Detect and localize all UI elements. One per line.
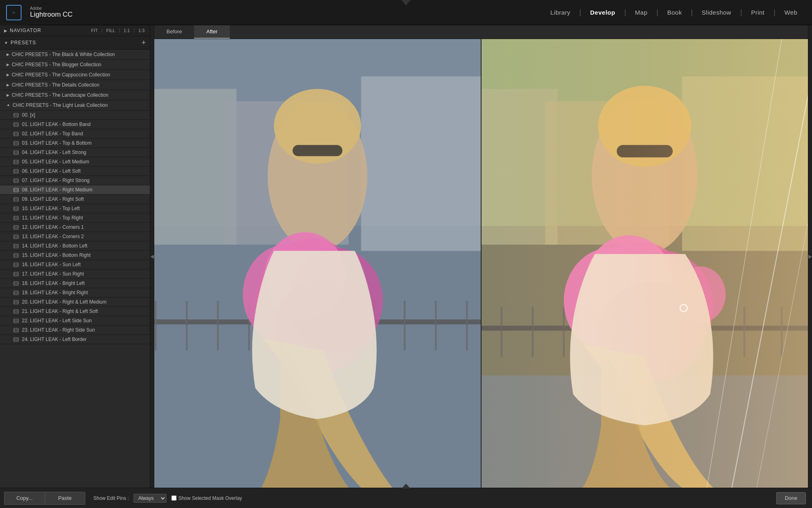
svg-rect-95 <box>293 145 343 156</box>
preset-item-ll06[interactable]: 06. LIGHT LEAK - Left Soft <box>0 167 150 176</box>
preset-item-ll24[interactable]: 24. LIGHT LEAK - Left Border <box>0 335 150 344</box>
before-photo-panel[interactable] <box>154 39 481 488</box>
preset-item-ll08[interactable]: 08. LIGHT LEAK - Right Medium <box>0 185 150 195</box>
preset-group-lightleak: ▼ CHIC PRESETS - The Light Leak Collecti… <box>0 100 150 344</box>
edit-pins-label: Show Edit Pins : <box>93 495 129 501</box>
presets-triangle: ▼ <box>4 41 8 45</box>
view-fill[interactable]: FILL <box>105 28 117 33</box>
svg-rect-12 <box>14 151 18 154</box>
preset-label-ll15: 15. LIGHT LEAK - Bottom Right <box>22 252 91 258</box>
preset-group-landscape-header[interactable]: ▶ CHIC PRESETS - The Landscape Collectio… <box>0 90 150 100</box>
nav-develop[interactable]: Develop <box>584 7 622 17</box>
group-cappuccino-label: CHIC PRESETS - The Cappuccino Collection <box>12 72 110 78</box>
preset-group-details: ▶ CHIC PRESETS - The Details Collection <box>0 80 150 90</box>
view-1-1[interactable]: 1:1 <box>123 28 131 33</box>
preset-icon-ll01 <box>13 122 19 127</box>
preset-item-ll02[interactable]: 02. LIGHT LEAK - Top Band <box>0 129 150 139</box>
preset-item-ll20[interactable]: 20. LIGHT LEAK - Right & Left Medium <box>0 297 150 307</box>
preset-group-bw-header[interactable]: ▶ CHIC PRESETS - The Black & White Colle… <box>0 50 150 60</box>
presets-add-button[interactable]: + <box>141 39 146 46</box>
preset-group-lightleak-header[interactable]: ▼ CHIC PRESETS - The Light Leak Collecti… <box>0 100 150 111</box>
svg-rect-129 <box>482 39 808 488</box>
left-panel-collapse[interactable]: ◀ <box>150 25 154 488</box>
preset-item-ll17[interactable]: 17. LIGHT LEAK - Sun Right <box>0 269 150 279</box>
edit-pins-dropdown[interactable]: Always Never Selected <box>134 494 166 503</box>
main-navigation: Library | Develop | Map | Book | Slidesh… <box>73 7 812 17</box>
preset-item-ll14[interactable]: 14. LIGHT LEAK - Bottom Left <box>0 241 150 251</box>
group-details-triangle: ▶ <box>6 83 9 87</box>
preset-item-ll21[interactable]: 21. LIGHT LEAK - Right & Left Soft <box>0 307 150 316</box>
preset-item-ll11[interactable]: 11. LIGHT LEAK - Top Right <box>0 213 150 223</box>
preset-item-ll13[interactable]: 13. LIGHT LEAK - Corners 2 <box>0 232 150 241</box>
navigator-triangle: ▶ <box>4 28 7 33</box>
tab-after[interactable]: After <box>194 25 229 39</box>
preset-item-ll15[interactable]: 15. LIGHT LEAK - Bottom Right <box>0 251 150 260</box>
preset-icon-ll09 <box>13 196 19 202</box>
nav-library[interactable]: Library <box>544 7 577 17</box>
copy-button[interactable]: Copy... <box>4 492 45 505</box>
preset-group-details-header[interactable]: ▶ CHIC PRESETS - The Details Collection <box>0 80 150 90</box>
nav-map[interactable]: Map <box>628 7 654 17</box>
preset-icon-ll03 <box>13 140 19 146</box>
svg-rect-39 <box>14 235 18 239</box>
preset-label-ll14: 14. LIGHT LEAK - Bottom Left <box>22 243 87 249</box>
view-1-3[interactable]: 1:3 <box>137 28 146 33</box>
bottom-info: Show Edit Pins : Always Never Selected S… <box>89 494 772 503</box>
preset-item-ll01[interactable]: 01. LIGHT LEAK - Bottom Band <box>0 120 150 129</box>
svg-rect-3 <box>14 123 18 126</box>
svg-rect-33 <box>14 216 18 220</box>
preset-item-ll23[interactable]: 23. LIGHT LEAK - Right Side Sun <box>0 326 150 335</box>
presets-header[interactable]: ▼ Presets + <box>0 36 150 50</box>
svg-rect-30 <box>14 207 18 211</box>
preset-item-ll12[interactable]: 12. LIGHT LEAK - Corners 1 <box>0 223 150 232</box>
preset-label-ll16: 16. LIGHT LEAK - Sun Left <box>22 262 81 267</box>
preset-label-ll02: 02. LIGHT LEAK - Top Band <box>22 131 83 137</box>
svg-rect-9 <box>14 141 18 145</box>
preset-item-ll10[interactable]: 10. LIGHT LEAK - Top Left <box>0 204 150 213</box>
preset-label-ll23: 23. LIGHT LEAK - Right Side Sun <box>22 327 95 333</box>
preset-item-ll22[interactable]: 22. LIGHT LEAK - Left Side Sun <box>0 316 150 326</box>
preset-item-ll05[interactable]: 05. LIGHT LEAK - Left Medium <box>0 157 150 167</box>
right-panel-collapse[interactable]: ▶ <box>808 25 812 488</box>
svg-rect-0 <box>14 113 18 117</box>
preset-label-ll03: 03. LIGHT LEAK - Top & Bottom <box>22 140 92 146</box>
preset-group-cappuccino: ▶ CHIC PRESETS - The Cappuccino Collecti… <box>0 70 150 80</box>
preset-item-ll09[interactable]: 09. LIGHT LEAK - Right Soft <box>0 195 150 204</box>
right-collapse-arrow-icon: ▶ <box>808 254 812 259</box>
preset-icon-ll13 <box>13 234 19 239</box>
nav-book[interactable]: Book <box>661 7 688 17</box>
paste-button[interactable]: Paste <box>45 492 86 505</box>
brand-name: Adobe <box>30 6 73 11</box>
nav-print[interactable]: Print <box>745 7 771 17</box>
preset-group-cappuccino-header[interactable]: ▶ CHIC PRESETS - The Cappuccino Collecti… <box>0 70 150 80</box>
collapse-arrow-icon: ◀ <box>150 254 154 259</box>
preset-label-ll12: 12. LIGHT LEAK - Corners 1 <box>22 224 84 230</box>
sidebar: ▶ Navigator FIT | FILL | 1:1 | 1:3 ▼ Pre… <box>0 25 150 488</box>
preset-label-ll17: 17. LIGHT LEAK - Sun Right <box>22 271 84 277</box>
preset-icon-ll08 <box>13 187 19 193</box>
preset-icon-ll07 <box>13 178 19 183</box>
preset-item-ll04[interactable]: 04. LIGHT LEAK - Left Strong <box>0 148 150 157</box>
adjustment-pin[interactable] <box>680 304 688 312</box>
navigator-header[interactable]: ▶ Navigator FIT | FILL | 1:1 | 1:3 <box>0 25 150 36</box>
preset-icon-ll18 <box>13 280 19 286</box>
preset-item-ll18[interactable]: 18. LIGHT LEAK - Bright Left <box>0 279 150 288</box>
preset-item-ll00[interactable]: 00. [x] <box>0 111 150 120</box>
after-photo-panel[interactable] <box>481 39 808 488</box>
done-button[interactable]: Done <box>776 492 806 504</box>
preset-item-ll19[interactable]: 19. LIGHT LEAK - Bright Right <box>0 288 150 297</box>
preset-icon-ll02 <box>13 131 19 137</box>
view-fit[interactable]: FIT <box>90 28 99 33</box>
tab-before[interactable]: Before <box>154 25 194 39</box>
nav-slideshow[interactable]: Slideshow <box>695 7 738 17</box>
nav-web[interactable]: Web <box>778 7 804 17</box>
preset-item-ll03[interactable]: 03. LIGHT LEAK - Top & Bottom <box>0 139 150 148</box>
preset-group-blogger-header[interactable]: ▶ CHIC PRESETS - The Blogger Collection <box>0 60 150 70</box>
preset-label-ll00: 00. [x] <box>22 112 35 118</box>
mask-overlay-checkbox-area: Show Selected Mask Overlay <box>171 495 242 501</box>
mask-overlay-checkbox[interactable] <box>171 495 177 501</box>
photos-container <box>154 39 808 488</box>
preset-item-ll16[interactable]: 16. LIGHT LEAK - Sun Left <box>0 260 150 269</box>
preset-icon-ll20 <box>13 299 19 305</box>
preset-item-ll07[interactable]: 07. LIGHT LEAK - Right Strong <box>0 176 150 185</box>
